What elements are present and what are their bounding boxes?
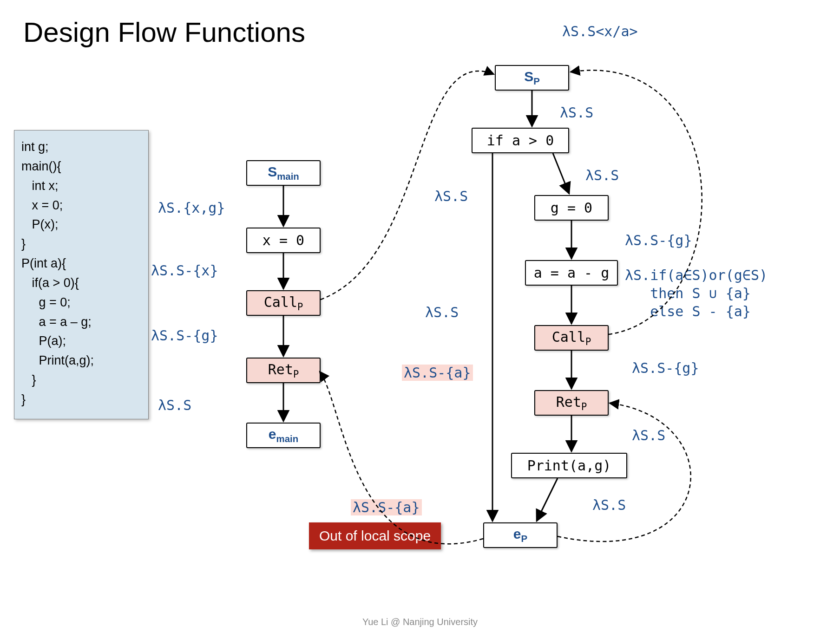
svg-line-10	[537, 478, 558, 521]
lbl-l15: λS.S-{a}	[351, 499, 422, 515]
node-e-p: eP	[483, 522, 558, 548]
lbl-l13: λS.S	[592, 497, 626, 513]
lbl-l11: λS.S-{g}	[632, 360, 699, 376]
node-e-main: emain	[246, 423, 321, 448]
lbl-l8: λS.S-{g}	[625, 232, 692, 248]
callout-out-of-scope: Out of local scope	[309, 522, 441, 549]
slide-title: Design Flow Functions	[23, 16, 305, 48]
lbl-l1: λS.{x,g}	[158, 200, 225, 216]
node-s-main: Smain	[246, 160, 321, 186]
lbl-l4: λS.S	[158, 397, 191, 413]
node-a-a-g: a = a - g	[525, 260, 618, 286]
lbl-l6: λS.S	[434, 188, 468, 204]
lbl-l7: λS.S	[585, 167, 619, 183]
node-if-a: if a > 0	[472, 128, 569, 153]
node-x0: x = 0	[246, 228, 321, 253]
lbl-l2: λS.S-{x}	[151, 262, 218, 279]
code-sample: int g; main(){ int x; x = 0; P(x); } P(i…	[14, 130, 149, 419]
lbl-l9: λS.if(a∈S)or(g∈S) then S ∪ {a} else S - …	[625, 266, 768, 320]
node-print: Print(a,g)	[511, 453, 627, 478]
footer-credit: Yue Li @ Nanjing University	[0, 617, 840, 627]
node-call-p-1: CallP	[246, 290, 321, 316]
node-call-p-2: CallP	[534, 325, 609, 351]
lbl-l10: λS.S	[425, 304, 459, 320]
lbl-l12: λS.S	[632, 427, 665, 443]
svg-line-5	[553, 153, 569, 194]
node-g0: g = 0	[534, 195, 609, 221]
node-s-p: SP	[495, 65, 569, 91]
lbl-l5: λS.S	[560, 104, 593, 121]
node-ret-p-2: RetP	[534, 390, 609, 416]
lbl-top-right: λS.S<x/a>	[562, 23, 638, 39]
lbl-l14: λS.S-{a}	[402, 365, 473, 381]
lbl-l3: λS.S-{g}	[151, 327, 218, 344]
node-ret-p-1: RetP	[246, 358, 321, 383]
